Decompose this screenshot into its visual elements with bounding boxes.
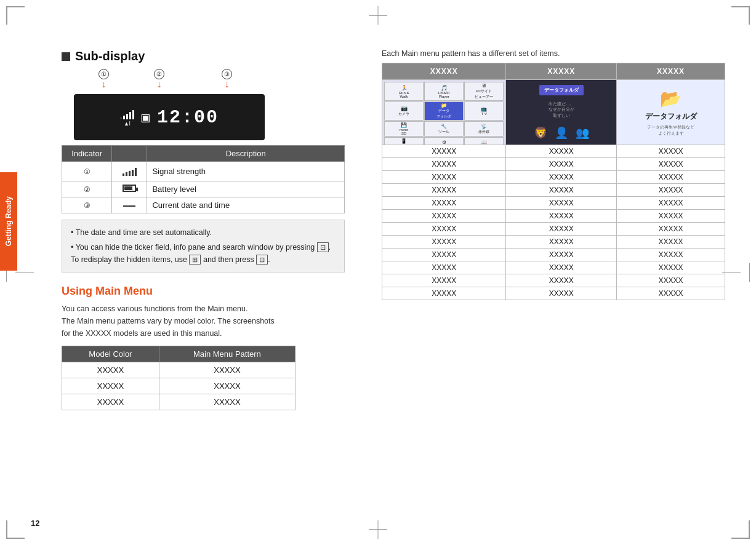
table-row-battery: ② Battery level xyxy=(62,181,345,197)
jp-label-3: PCサイトビューアー xyxy=(475,89,493,100)
right-column: Each Main menu pattern has a different s… xyxy=(382,49,725,300)
d12-c2: XXXXX xyxy=(506,287,617,300)
d10-c1: XXXXX xyxy=(382,261,506,274)
indicator-3: ③ ↓ xyxy=(222,69,232,89)
jp-icon-5: 📁 xyxy=(441,103,447,108)
row1-desc: Signal strength xyxy=(147,162,345,181)
dark-menu-sub: 出た腹だ...。なぜか自分が恥ずしい xyxy=(549,101,574,117)
row2-icon xyxy=(112,181,147,197)
d6-c2: XXXXX xyxy=(506,210,617,223)
col-header-1: XXXXX xyxy=(382,63,506,80)
d11-c1: XXXXX xyxy=(382,274,506,287)
ind-arrow-1: ↓ xyxy=(102,79,107,89)
d7-c1: XXXXX xyxy=(382,223,506,236)
note-1: The date and time are set automatically. xyxy=(71,226,336,239)
data-row-6: XXXXX XXXXX XXXXX xyxy=(382,210,725,223)
jp-item-7: 💾microSD xyxy=(384,121,424,137)
d7-c3: XXXXX xyxy=(617,223,725,236)
data-row-1: XXXXX XXXXX XXXXX xyxy=(382,145,725,158)
data-row-10: XXXXX XXXXX XXXXX xyxy=(382,261,725,274)
main-menu-section: Using Main Menu You can access various f… xyxy=(62,285,363,410)
corner-mark-bl xyxy=(6,520,25,539)
data-row-4: XXXXX XXXXX XXXXX xyxy=(382,184,725,197)
d12-c3: XXXXX xyxy=(617,287,725,300)
folder-subtitle: データの再生や登録などよく行えます xyxy=(647,124,694,137)
d11-c3: XXXXX xyxy=(617,274,725,287)
model-row3-col1: XXXXX xyxy=(62,394,159,410)
signal-label: ▲l xyxy=(124,121,131,127)
data-row-8: XXXXX XXXXX XXXXX xyxy=(382,236,725,249)
d6-c3: XXXXX xyxy=(617,210,725,223)
jp-label-7: microSD xyxy=(400,128,409,135)
jp-label-10: EZFelICa xyxy=(398,144,409,145)
model-row2-col1: XXXXX xyxy=(62,378,159,394)
jp-label-1: Run &Walk xyxy=(399,91,409,98)
main-menu-desc: You can access various functions from th… xyxy=(62,303,363,340)
battery-fill xyxy=(124,186,132,190)
model-row-3: XXXXX XXXXX xyxy=(62,394,296,410)
dark-icon-1: 🦁 xyxy=(534,126,547,140)
ind-arrow-2: ↓ xyxy=(157,79,162,89)
table-row-datetime: ③ Current date and time xyxy=(62,197,345,213)
indicators-row: ① ↓ ② ↓ ③ ↓ xyxy=(74,70,271,89)
model-color-table: Model Color Main Menu Pattern XXXXX XXXX… xyxy=(62,346,296,410)
d12-c1: XXXXX xyxy=(382,287,506,300)
d9-c1: XXXXX xyxy=(382,249,506,261)
table-header-description: Description xyxy=(147,146,345,162)
sb2 xyxy=(126,172,127,176)
menu-img-col1: 🏃Run &Walk 🎵LISMOPlayer 🖥PCサイトビューアー 📷カメラ… xyxy=(382,80,506,145)
jp-item-8: 🔧ツール xyxy=(424,121,464,137)
d8-c1: XXXXX xyxy=(382,236,506,249)
dark-menu-title: データフォルダ xyxy=(539,85,584,95)
d2-c2: XXXXX xyxy=(506,158,617,171)
bar-1 xyxy=(120,117,122,119)
corner-mark-br xyxy=(731,520,750,539)
ind-circle-3: ③ xyxy=(222,69,232,79)
indicator-1: ① ↓ xyxy=(99,69,109,89)
sb4 xyxy=(132,170,134,176)
dark-menu-container: データフォルダ 出た腹だ...。なぜか自分が恥ずしい 🦁 👤 👥 xyxy=(506,80,616,145)
battery-icon: ▣ xyxy=(142,109,150,125)
menu-img-col2: データフォルダ 出た腹だ...。なぜか自分が恥ずしい 🦁 👤 👥 xyxy=(506,80,617,145)
note-2: You can hide the ticker field, info pane… xyxy=(71,241,336,266)
battery-display: ▣ xyxy=(142,109,150,125)
model-row2-col2: XXXXX xyxy=(159,378,295,394)
d8-c3: XXXXX xyxy=(617,236,725,249)
bar-2 xyxy=(123,116,125,119)
d5-c2: XXXXX xyxy=(506,197,617,210)
crosshair-bot-v xyxy=(378,520,379,539)
signal-display: ▲l xyxy=(120,108,134,127)
jp-icon-1: 🏃 xyxy=(401,85,408,91)
model-row1-col2: XXXXX xyxy=(159,362,295,378)
jp-icon-9: 📡 xyxy=(481,124,487,129)
d1-c3: XXXXX xyxy=(617,145,725,158)
jp-item-5-highlight: 📁データフォルダ xyxy=(424,101,464,121)
d9-c2: XXXXX xyxy=(506,249,617,261)
d10-c3: XXXXX xyxy=(617,261,725,274)
pattern-col-header: Main Menu Pattern xyxy=(159,346,295,362)
d2-c3: XXXXX xyxy=(617,158,725,171)
model-col-header: Model Color xyxy=(62,346,159,362)
row3-icon xyxy=(112,197,147,213)
jp-label-9: 赤外線 xyxy=(478,129,489,135)
signal-bars-icon xyxy=(120,108,134,119)
jp-item-2: 🎵LISMOPlayer xyxy=(424,82,464,101)
table-row-signal: ① Signal strength xyxy=(62,162,345,181)
folder-title: データフォルダ xyxy=(645,111,697,122)
row1-icon xyxy=(112,162,147,181)
jp-icon-2: 🎵 xyxy=(441,85,448,91)
menu-image-row: 🏃Run &Walk 🎵LISMOPlayer 🖥PCサイトビューアー 📷カメラ… xyxy=(382,80,725,145)
model-row3-col2: XXXXX xyxy=(159,394,295,410)
d1-c1: XXXXX xyxy=(382,145,506,158)
subdisplay-screen: ▲l ▣ 12:00 xyxy=(74,94,265,140)
d5-c3: XXXXX xyxy=(617,197,725,210)
folder-menu-container: 📂 データフォルダ データの再生や登録などよく行えます xyxy=(617,80,725,145)
model-row-2: XXXXX XXXXX xyxy=(62,378,296,394)
row1-num: ① xyxy=(62,162,112,181)
side-tab: Getting Ready xyxy=(0,172,17,271)
jp-icon-10: 📱 xyxy=(401,138,407,144)
data-row-3: XXXXX XXXXX XXXXX xyxy=(382,171,725,184)
jp-icon-4: 📷 xyxy=(401,105,408,111)
heading-bar xyxy=(62,52,70,61)
menu-img-col3: 📂 データフォルダ データの再生や登録などよく行えます xyxy=(617,80,725,145)
